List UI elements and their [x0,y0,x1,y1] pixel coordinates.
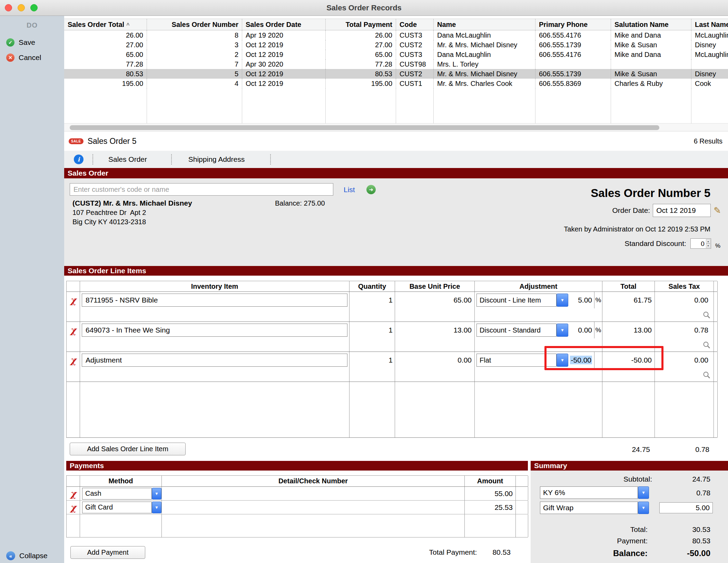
magnifier-icon[interactable] [702,341,711,349]
sort-ascending-icon: ^ [126,22,129,28]
delete-line-item-icon[interactable]: χ [70,296,76,305]
column-header-total: Total [602,281,655,292]
chevron-down-icon[interactable]: ▼ [557,324,568,337]
customer-address-line1: 107 Peachtree Dr Apt 2 [72,209,146,217]
line-item-detail-row [67,308,717,322]
balance-value: -50.00 [687,549,710,558]
column-header-name[interactable]: Name [433,19,535,30]
inventory-item-input[interactable]: Adjustment [82,354,347,367]
column-header-sales-order-total[interactable]: Sales Order Total^ [64,19,147,30]
chevron-down-icon[interactable]: ▼ [638,502,649,514]
customer-balance: Balance: 275.00 [275,199,325,207]
records-table-empty-area [64,88,728,123]
delete-line-item-icon[interactable]: χ [70,326,76,335]
list-link[interactable]: List [344,186,355,194]
payment-row: χ Cash ▼ 55.00 [67,487,528,501]
chevron-down-icon[interactable]: ▼ [152,488,161,500]
payment-amount-field[interactable]: 55.00 [465,487,516,500]
line-item-group: χ 8711955 - NSRV Bible 1 65.00 Discount … [67,292,717,322]
payment-amount-field[interactable]: 25.53 [465,501,516,514]
delete-line-item-icon[interactable]: χ [70,356,76,365]
cancel-button-label: Cancel [19,53,41,62]
column-header-salutation-name[interactable]: Salutation Name [611,19,691,30]
info-icon[interactable]: i [74,155,83,164]
cancel-button[interactable]: ✕ Cancel [0,50,64,65]
column-header-base-unit-price: Base Unit Price [395,281,475,292]
scrollbar-thumb[interactable] [70,125,659,130]
total-value: 30.53 [692,525,710,534]
pencil-icon[interactable]: ✎ [714,205,721,216]
table-row[interactable]: 27.00 3 Oct 12 2019 27.00 CUST2 Mr. & Mr… [64,40,728,50]
table-row[interactable]: 195.00 4 Oct 12 2019 195.00 CUST1 Mr. & … [64,79,728,88]
adjustment-type-select[interactable]: Discount - Standard [476,324,557,337]
delete-payment-icon[interactable]: χ [70,503,76,512]
inventory-item-input[interactable]: 8711955 - NSRV Bible [82,294,347,307]
tab-sales-order[interactable]: Sales Order [93,155,162,164]
minimize-window-icon[interactable] [18,4,25,11]
column-header-primary-phone[interactable]: Primary Phone [535,19,611,30]
column-header-detail: Detail/Check Number [162,476,465,486]
chevron-down-icon[interactable]: ▼ [152,502,161,513]
sidebar-section-label: DO [0,21,64,29]
payment-method-select[interactable]: Gift Card [82,502,152,513]
stepper-up-icon[interactable]: ▲ [706,239,710,244]
zoom-window-icon[interactable] [30,4,38,11]
extra-charge-amount-input[interactable]: 5.00 [659,502,713,513]
line-items-empty-area [67,382,717,437]
go-arrow-icon[interactable]: ➜ [366,185,376,194]
base-unit-price-field[interactable]: 0.00 [395,352,475,368]
save-button-label: Save [19,38,35,47]
payment-method-select[interactable]: Cash [82,488,152,500]
table-row[interactable]: 65.00 2 Oct 12 2019 65.00 CUST3 Dana McL… [64,50,728,59]
collapse-button[interactable]: « Collapse [6,551,48,560]
order-date-input[interactable]: Oct 12 2019 [653,204,711,217]
tax-rate-select[interactable]: KY 6% [540,486,638,499]
sale-badge-icon: SALE [69,138,83,144]
tab-shipping-address[interactable]: Shipping Address [172,155,261,164]
add-payment-button[interactable]: Add Payment [70,546,145,559]
base-unit-price-field[interactable]: 13.00 [395,322,475,338]
magnifier-icon[interactable] [702,371,711,379]
annotation-highlight-box [544,346,663,370]
adjustment-type-select[interactable]: Discount - Line Item [476,294,557,307]
line-item-row: χ 649073 - In Thee We Sing 1 13.00 Disco… [67,322,717,338]
quantity-field[interactable]: 1 [350,322,395,338]
column-header-method: Method [80,476,162,486]
delete-payment-icon[interactable]: χ [70,489,76,498]
stepper-down-icon[interactable]: ▼ [706,244,710,248]
column-header-code[interactable]: Code [396,19,433,30]
payment-detail-field[interactable] [162,487,465,500]
adjustment-value-field[interactable]: 5.00 [568,296,594,304]
close-icon: ✕ [6,53,14,62]
standard-discount-stepper[interactable]: 0 ▲ ▼ [690,238,711,249]
table-row[interactable]: 26.00 8 Apr 19 2020 26.00 CUST3 Dana McL… [64,30,728,40]
table-row-selected[interactable]: 80.53 5 Oct 12 2019 80.53 CUST2 Mr. & Mr… [64,69,728,79]
chevron-down-icon[interactable]: ▼ [638,486,649,499]
base-unit-price-field[interactable]: 65.00 [395,292,475,308]
quantity-field[interactable]: 1 [350,292,395,308]
column-header-total-payment[interactable]: Total Payment [325,19,396,30]
quantity-field[interactable]: 1 [350,352,395,368]
customer-search-input[interactable] [70,183,333,196]
standard-discount-label: Standard Discount: [624,239,686,248]
results-count: 6 Results [694,137,722,145]
save-button[interactable]: ✓ Save [0,35,64,50]
column-header-last-name[interactable]: Last Name [691,19,728,30]
sales-order-number-title: Sales Order Number 5 [591,187,710,200]
inventory-item-input[interactable]: 649073 - In Thee We Sing [82,324,347,337]
add-line-item-button[interactable]: Add Sales Order Line Item [70,443,186,455]
line-sales-tax: 0.00 [655,292,714,308]
column-header-adjustment: Adjustment [475,281,602,292]
chevron-down-icon[interactable]: ▼ [557,294,568,307]
payment-detail-field[interactable] [162,501,465,514]
column-header-sales-order-date[interactable]: Sales Order Date [242,19,325,30]
column-header-sales-order-number[interactable]: Sales Order Number [147,19,242,30]
magnifier-icon[interactable] [702,311,711,319]
adjustment-value-field[interactable]: 0.00 [568,326,594,334]
payment-value: 80.53 [692,537,710,545]
close-window-icon[interactable] [5,4,12,11]
table-row[interactable]: 77.28 7 Apr 30 2020 77.28 CUST98 Mrs. L.… [64,59,728,69]
extra-charge-select[interactable]: Gift Wrap [540,502,638,514]
subtotal-value: 24.75 [692,475,710,483]
total-label: Total: [630,525,648,534]
